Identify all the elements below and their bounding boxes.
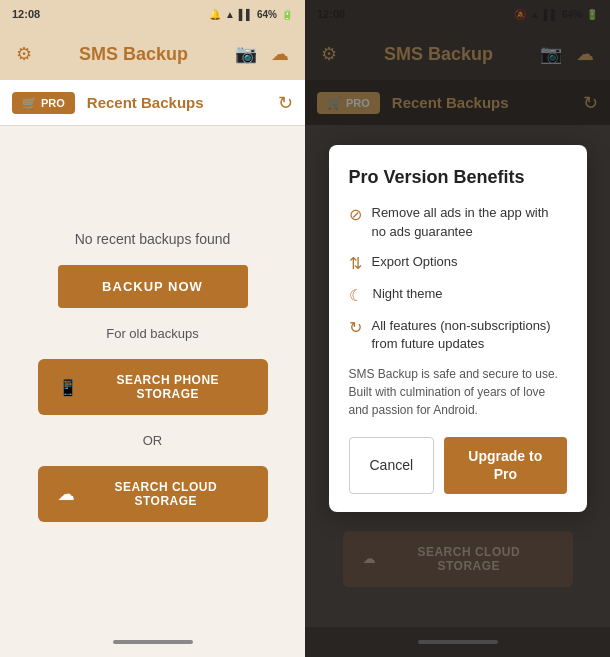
search-phone-label: SEARCH PHONE STORAGE xyxy=(88,373,248,401)
or-text: OR xyxy=(143,433,163,448)
dialog-buttons: Cancel Upgrade to Pro xyxy=(349,437,567,493)
wifi-icon: ▲ xyxy=(225,9,235,20)
time-left: 12:08 xyxy=(12,8,40,20)
search-phone-storage-button[interactable]: 📱 SEARCH PHONE STORAGE xyxy=(38,359,268,415)
pro-badge-left[interactable]: 🛒 PRO xyxy=(12,92,75,114)
feature-item-0: ⊘ Remove all ads in the app with no ads … xyxy=(349,204,567,240)
battery-icon: 🔋 xyxy=(281,9,293,20)
feature-text-2: Night theme xyxy=(373,285,443,303)
status-icons-left: 🔔 ▲ ▌▌ 64% 🔋 xyxy=(209,9,293,20)
old-backups-text: For old backups xyxy=(106,326,199,341)
feature-text-3: All features (non-subscriptions) from fu… xyxy=(372,317,567,353)
backup-now-button[interactable]: BACKUP NOW xyxy=(58,265,248,308)
dialog-overlay: Pro Version Benefits ⊘ Remove all ads in… xyxy=(305,0,610,657)
cart-icon: 🛒 xyxy=(22,96,37,110)
app-header-left: ⚙ SMS Backup 📷 ☁ xyxy=(0,28,305,80)
feature-item-3: ↻ All features (non-subscriptions) from … xyxy=(349,317,567,353)
future-updates-icon: ↻ xyxy=(349,318,362,337)
cancel-button[interactable]: Cancel xyxy=(349,437,435,493)
notifications-icon: 🔔 xyxy=(209,9,221,20)
export-icon: ⇅ xyxy=(349,254,362,273)
search-cloud-storage-button[interactable]: ☁ SEARCH CLOUD STORAGE xyxy=(38,466,268,522)
upgrade-button[interactable]: Upgrade to Pro xyxy=(444,437,566,493)
header-icons-left: 📷 ☁ xyxy=(235,43,289,65)
settings-icon[interactable]: ⚙ xyxy=(16,43,32,65)
feature-text-0: Remove all ads in the app with no ads gu… xyxy=(372,204,567,240)
feature-text-1: Export Options xyxy=(372,253,458,271)
search-cloud-label: SEARCH CLOUD STORAGE xyxy=(84,480,248,508)
battery-left: 64% xyxy=(257,9,277,20)
no-ads-icon: ⊘ xyxy=(349,205,362,224)
feature-item-2: ☾ Night theme xyxy=(349,285,567,305)
recent-label-left: Recent Backups xyxy=(87,94,278,111)
dialog-title: Pro Version Benefits xyxy=(349,167,567,188)
cloud-icon[interactable]: ☁ xyxy=(271,43,289,65)
dialog-description: SMS Backup is safe and secure to use. Bu… xyxy=(349,365,567,419)
signal-icon: ▌▌ xyxy=(239,9,253,20)
no-backups-text: No recent backups found xyxy=(75,231,231,247)
feature-item-1: ⇅ Export Options xyxy=(349,253,567,273)
pro-dialog: Pro Version Benefits ⊘ Remove all ads in… xyxy=(329,145,587,511)
recent-bar-left: 🛒 PRO Recent Backups ↻ xyxy=(0,80,305,126)
camera-icon[interactable]: 📷 xyxy=(235,43,257,65)
pro-label-left: PRO xyxy=(41,97,65,109)
app-title-left: SMS Backup xyxy=(79,44,188,65)
cloud-search-icon: ☁ xyxy=(58,485,75,504)
main-content-left: No recent backups found BACKUP NOW For o… xyxy=(0,126,305,627)
night-theme-icon: ☾ xyxy=(349,286,363,305)
right-panel: 12:08 🔕 ▲ ▌▌ 64% 🔋 ⚙ SMS Backup 📷 ☁ 🛒 PR… xyxy=(305,0,610,657)
status-bar-left: 12:08 🔔 ▲ ▌▌ 64% 🔋 xyxy=(0,0,305,28)
bottom-bar-left xyxy=(0,627,305,657)
phone-icon: 📱 xyxy=(58,378,79,397)
left-panel: 12:08 🔔 ▲ ▌▌ 64% 🔋 ⚙ SMS Backup 📷 ☁ 🛒 PR… xyxy=(0,0,305,657)
home-indicator-left xyxy=(113,640,193,644)
refresh-icon-left[interactable]: ↻ xyxy=(278,92,293,114)
